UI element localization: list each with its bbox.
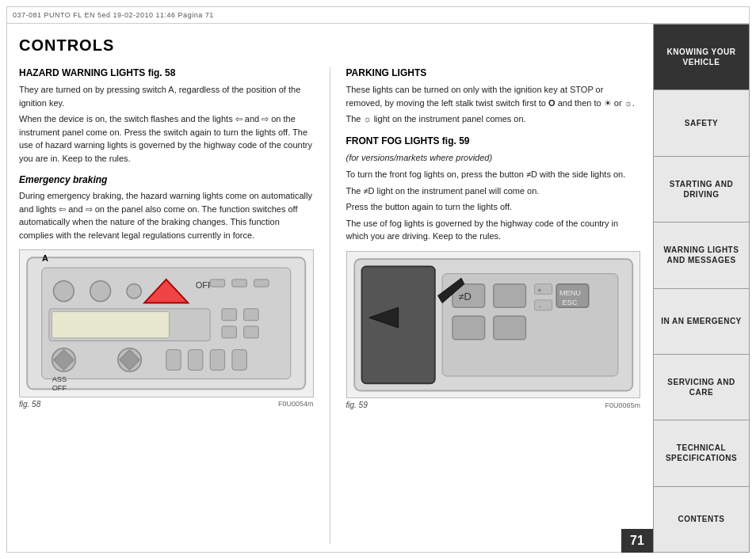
front-fog-para4: The use of fog lights is governed by the… bbox=[346, 217, 641, 243]
right-sidebar: KNOWING YOUR VEHICLESAFETYSTARTING AND D… bbox=[653, 24, 750, 553]
figure59-container: ≠D + MENU ESC - bbox=[346, 251, 641, 410]
sidebar-item-servicing-and-care[interactable]: SERVICING AND CARE bbox=[653, 354, 750, 420]
svg-rect-24 bbox=[210, 350, 224, 371]
svg-rect-13 bbox=[244, 309, 258, 321]
hazard-para2: When the device is on, the switch flashe… bbox=[19, 112, 314, 165]
figure59-code: F0U0065m bbox=[605, 401, 640, 409]
figure59-caption: fig. 59 bbox=[346, 401, 368, 409]
sidebar-item-contents[interactable]: CONTENTS bbox=[653, 486, 750, 553]
svg-text:-: - bbox=[539, 302, 541, 310]
front-fog-para1: To turn the front fog lights on, press t… bbox=[346, 168, 641, 181]
svg-text:ASS: ASS bbox=[52, 375, 67, 383]
sidebar-item-knowing-your-vehicle[interactable]: KNOWING YOUR VEHICLE bbox=[653, 24, 750, 89]
left-column: HAZARD WARNING LIGHTS fig. 58 They are t… bbox=[19, 67, 314, 544]
right-column: PARKING LIGHTS These lights can be turne… bbox=[346, 67, 641, 544]
svg-point-4 bbox=[127, 283, 141, 298]
svg-rect-7 bbox=[210, 280, 224, 287]
svg-text:OFF: OFF bbox=[52, 384, 67, 392]
column-divider bbox=[330, 67, 330, 544]
main-content: CONTROLS HAZARD WARNING LIGHTS fig. 58 T… bbox=[6, 24, 653, 553]
svg-rect-9 bbox=[254, 280, 269, 287]
figure59-box: ≠D + MENU ESC - bbox=[346, 251, 641, 399]
svg-point-2 bbox=[53, 281, 74, 302]
header-text: 037-081 PUNTO FL EN 5ed 19-02-2010 11:46… bbox=[13, 11, 214, 19]
svg-rect-14 bbox=[222, 326, 236, 338]
figure58-container: A OFF bbox=[19, 249, 314, 409]
svg-rect-38 bbox=[452, 316, 485, 340]
parking-para1: These lights can be turned on only with … bbox=[346, 83, 641, 109]
sidebar-item-in-an-emergency[interactable]: IN AN EMERGENCY bbox=[653, 288, 750, 354]
figure58-caption-row: fig. 58 F0U0054m bbox=[19, 400, 314, 409]
figure58-code: F0U0054m bbox=[278, 400, 314, 408]
sidebar-item-safety[interactable]: SAFETY bbox=[653, 89, 750, 155]
svg-rect-11 bbox=[52, 312, 170, 338]
svg-text:+: + bbox=[537, 286, 541, 294]
figure58-svg: OFF bbox=[20, 250, 313, 397]
parking-lights-heading: PARKING LIGHTS bbox=[346, 67, 641, 78]
svg-rect-32 bbox=[493, 283, 525, 307]
sidebar-item-warning-lights-and-messages[interactable]: WARNING LIGHTS AND MESSAGES bbox=[653, 222, 750, 287]
hazard-warning-heading: HAZARD WARNING LIGHTS fig. 58 bbox=[19, 67, 314, 78]
figure58-label-a: A bbox=[42, 253, 48, 263]
svg-text:ESC: ESC bbox=[562, 298, 577, 306]
svg-rect-12 bbox=[222, 309, 236, 321]
svg-rect-15 bbox=[244, 326, 258, 338]
hazard-para1: They are turned on by pressing switch A,… bbox=[19, 83, 314, 109]
svg-text:MENU: MENU bbox=[559, 289, 580, 297]
front-fog-subheading: (for versions/markets where provided) bbox=[346, 151, 641, 165]
svg-text:≠D: ≠D bbox=[458, 290, 471, 302]
front-fog-heading: FRONT FOG LIGHTS fig. 59 bbox=[346, 135, 641, 146]
page-title: CONTROLS bbox=[19, 36, 640, 55]
figure58-box: A OFF bbox=[19, 249, 314, 397]
front-fog-para3: Press the button again to turn the light… bbox=[346, 200, 641, 214]
emergency-braking-subheading: Emergency braking bbox=[19, 174, 314, 185]
svg-rect-39 bbox=[493, 316, 525, 340]
header-strip: 037-081 PUNTO FL EN 5ed 19-02-2010 11:46… bbox=[6, 6, 750, 24]
svg-rect-8 bbox=[232, 280, 246, 287]
svg-rect-25 bbox=[232, 350, 246, 371]
parking-para2: The ☼ light on the instrument panel come… bbox=[346, 112, 641, 126]
figure59-caption-row: fig. 59 F0U0065m bbox=[346, 401, 641, 409]
svg-point-3 bbox=[90, 281, 111, 302]
svg-rect-22 bbox=[166, 350, 181, 371]
svg-rect-23 bbox=[188, 350, 202, 371]
figure58-caption: fig. 58 bbox=[19, 400, 40, 409]
two-column-layout: HAZARD WARNING LIGHTS fig. 58 They are t… bbox=[19, 67, 640, 544]
figure59-svg: ≠D + MENU ESC - bbox=[347, 252, 640, 398]
sidebar-item-starting-and-driving[interactable]: STARTING AND DRIVING bbox=[653, 156, 750, 222]
front-fog-para2: The ≠D light on the instrument panel wil… bbox=[346, 184, 641, 198]
emergency-para: During emergency braking, the hazard war… bbox=[19, 189, 314, 241]
svg-rect-40 bbox=[534, 299, 552, 310]
sidebar-item-technical-specifications[interactable]: TECHNICAL SPECIFICATIONS bbox=[653, 420, 750, 485]
